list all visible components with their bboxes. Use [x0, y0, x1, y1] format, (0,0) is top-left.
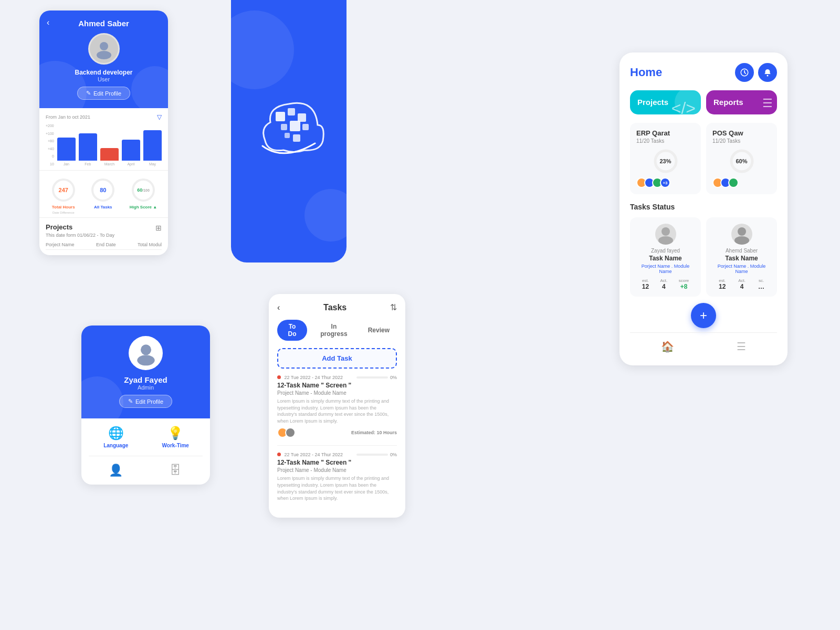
language-icon: 🌐 [108, 426, 124, 440]
language-setting[interactable]: 🌐 Language [89, 426, 143, 448]
task-status-ahemd[interactable]: Ahemd Saber Task Name Porject Name . Mod… [706, 217, 777, 297]
svg-point-1 [97, 51, 111, 59]
pos-progress-ring: 60% [729, 148, 755, 174]
settings-row-1: 🌐 Language 💡 Work-Time [89, 426, 203, 448]
high-score-value: 60/100 [137, 187, 150, 193]
ahemd-stats: est. 12 Act. 4 sc. … [712, 278, 771, 290]
tasks-header: ‹ Tasks ⇅ [277, 302, 397, 312]
home-projects-list: ERP Qarat 11/20 Tasks 23% +3 POS Qaw 11/… [630, 123, 777, 194]
chart-filter-icon[interactable]: ▽ [157, 113, 162, 121]
all-tasks-ring: 80 [90, 177, 116, 203]
avatar-count: +3 [660, 177, 670, 188]
task-1-desc: Lorem Ipsum is simply dummy text of the … [277, 398, 397, 424]
zyad-profile-card: Zyad Fayed Admin ✎ Edit Profile 🌐 Langua… [81, 326, 210, 485]
total-hours-stat: 247 Total Hours Date Difference [50, 177, 77, 214]
tasks-status-list: Zayad fayed Task Name Porject Name . Mod… [630, 217, 777, 297]
reports-card-label: Reports [713, 98, 743, 107]
total-hours-sublabel: Date Difference [52, 211, 75, 214]
pos-project-item[interactable]: POS Qaw 11/20 Tasks 60% [706, 123, 777, 194]
tab-inprogress[interactable]: In progress [311, 320, 356, 341]
tasks-back-button[interactable]: ‹ [277, 303, 280, 312]
ahemd-project: Porject Name . Module Name [712, 264, 771, 274]
ahemd-act-val: 4 [738, 283, 746, 290]
worktime-label: Work-Time [162, 443, 189, 448]
fab-add-button[interactable]: + [691, 303, 716, 328]
svg-rect-11 [281, 124, 287, 130]
ahemd-est-val: 12 [719, 283, 726, 290]
clock-button[interactable] [735, 63, 754, 82]
zyad-edit-icon: ✎ [128, 398, 133, 405]
settings-nav-icon: ☰ [737, 340, 746, 353]
archive-setting[interactable]: 🗄 [149, 464, 203, 477]
task-divider [277, 445, 397, 446]
pos-avatars [712, 177, 771, 188]
bar-may: May [143, 130, 162, 166]
svg-point-17 [767, 75, 769, 77]
projects-grid-icon[interactable]: ⊞ [155, 224, 162, 232]
zayad-avatar [655, 224, 676, 245]
nav-settings[interactable]: ☰ [730, 338, 752, 355]
home-action-icons [735, 63, 777, 82]
tasks-title: Tasks [323, 303, 346, 312]
task-1-project: Project Name - Module Name [277, 390, 397, 396]
zayad-task-name: Task Name [636, 255, 695, 262]
ahmed-projects-section: Projects ⊞ This date form 01/06/22 - To … [39, 218, 168, 255]
bar-jan: Jan [57, 138, 76, 166]
svg-point-22 [662, 227, 670, 236]
bars-container: Jan Feb March April May [57, 124, 162, 166]
nav-home[interactable]: 🏠 [655, 338, 680, 355]
task-2-date: 22 Tue 2022 - 24 Thur 2022 0% [277, 452, 397, 457]
ahemd-score: sc. … [758, 278, 764, 290]
zyad-edit-profile-button[interactable]: ✎ Edit Profile [119, 395, 172, 408]
tab-todo[interactable]: To Do [277, 320, 307, 341]
total-hours-value: 247 [59, 187, 68, 193]
zayad-score-val: +8 [679, 283, 689, 290]
profile-icon: 👤 [109, 464, 123, 477]
task-2-progress-bar [356, 454, 388, 456]
svg-point-24 [738, 227, 746, 236]
projects-table-header: Porject Name End Date Total Modul [46, 242, 162, 250]
projects-card-icon: </> [671, 99, 696, 107]
col-project-name: Porject Name [46, 242, 75, 247]
svg-point-0 [100, 42, 108, 50]
task-status-zayad[interactable]: Zayad fayed Task Name Porject Name . Mod… [630, 217, 701, 297]
zayad-act-val: 4 [660, 283, 667, 290]
archive-icon: 🗄 [170, 464, 181, 477]
projects-quick-card[interactable]: Projects </> [630, 90, 701, 114]
tab-review[interactable]: Review [361, 320, 397, 341]
bar-chart: +200 +100 +80 +40 0 10 Jan Feb March [46, 124, 162, 166]
high-score-label: High Score ▲ [130, 205, 157, 209]
task-1-dot [277, 375, 281, 379]
ahmed-edit-profile-button[interactable]: ✎ Edit Profile [77, 87, 130, 100]
total-hours-label: Total Hours [52, 205, 75, 209]
home-dashboard-card: Home Projects </> Reports ☰ [620, 52, 788, 365]
erp-progress-ring: 23% [653, 148, 679, 174]
projects-date-range: This date form 01/06/22 - To Day [46, 233, 162, 238]
add-task-button[interactable]: Add Task [277, 348, 397, 369]
task-2-desc: Lorem Ipsum is simply dummy text of the … [277, 475, 397, 501]
pos-progress-text: 60% [736, 158, 747, 164]
col-total-modul: Total Modul [138, 242, 162, 247]
profile-setting[interactable]: 👤 [89, 464, 143, 477]
erp-project-item[interactable]: ERP Qarat 11/20 Tasks 23% +3 [630, 123, 701, 194]
total-hours-ring: 247 [50, 177, 77, 203]
zayad-est-val: 12 [642, 283, 649, 290]
zyad-avatar [129, 336, 163, 370]
settings-row-2: 👤 🗄 [89, 464, 203, 477]
settings-divider [89, 456, 203, 456]
home-quick-cards: Projects </> Reports ☰ [630, 90, 777, 114]
tasks-filter-icon[interactable]: ⇅ [390, 302, 397, 312]
svg-rect-9 [288, 108, 295, 116]
svg-rect-12 [290, 121, 300, 131]
worktime-icon: 💡 [167, 426, 183, 440]
tasks-status-title: Tasks Status [630, 203, 777, 211]
erp-name: ERP Qarat [636, 129, 695, 137]
ahmed-stats: 247 Total Hours Date Difference 80 All T… [39, 171, 168, 218]
reports-quick-card[interactable]: Reports ☰ [706, 90, 777, 114]
task-2-project: Project Name - Module Name [277, 467, 397, 473]
home-header: Home [630, 63, 777, 82]
pos-name: POS Qaw [712, 129, 771, 137]
worktime-setting[interactable]: 💡 Work-Time [149, 426, 203, 448]
svg-rect-10 [298, 113, 306, 122]
bell-button[interactable] [758, 63, 777, 82]
